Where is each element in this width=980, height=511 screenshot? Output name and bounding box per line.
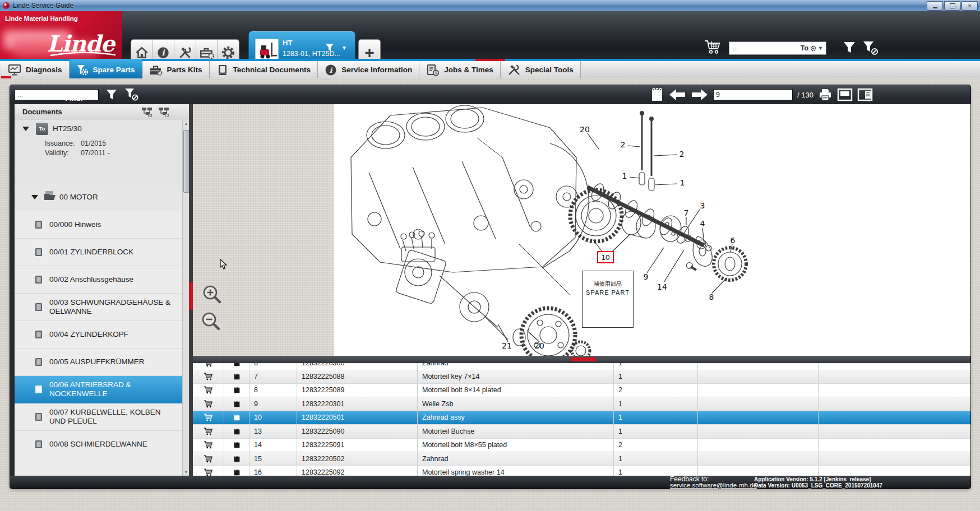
table-row[interactable]: 1612832225092Motorteil spring washer 141 — [193, 466, 970, 476]
table-row[interactable]: 812832225089Motorteil bolt 8×14 plated2 — [193, 384, 970, 398]
tree-folder-motor[interactable]: 00 MOTOR — [15, 184, 182, 212]
parts-kit-icon[interactable] — [224, 425, 249, 439]
single-view-icon[interactable] — [837, 88, 853, 101]
tab-technical-documents[interactable]: Technical Documents — [210, 61, 318, 78]
tree-item[interactable]: 00/05 AUSPUFFKRÜMMER — [15, 349, 182, 376]
add-to-cart-icon[interactable] — [193, 397, 224, 411]
app-icon — [2, 2, 10, 10]
document-icon — [35, 303, 43, 312]
tree-item[interactable]: 00/01 ZYLINDERBLOCK — [15, 239, 182, 266]
cell-empty — [819, 452, 970, 466]
vehicle-filter-icon[interactable] — [325, 43, 335, 53]
tree-item[interactable]: 00/08 SCHMIERDELWANNE — [15, 431, 182, 458]
add-to-cart-icon[interactable] — [193, 439, 224, 453]
global-search-box[interactable]: ... To ▼ — [729, 41, 826, 55]
find-filter-icon[interactable] — [105, 89, 118, 101]
add-to-cart-icon[interactable] — [193, 384, 224, 398]
page-number-input[interactable] — [713, 89, 793, 100]
catalog-icon: To — [36, 123, 48, 135]
close-button[interactable]: × — [961, 1, 978, 11]
parts-kit-icon[interactable] — [224, 384, 249, 398]
parts-kit-icon[interactable] — [224, 439, 249, 453]
scroll-up-icon[interactable]: ▲ — [183, 120, 189, 127]
add-to-cart-icon[interactable] — [193, 452, 224, 466]
tab-special-tools[interactable]: Special Tools — [501, 61, 581, 78]
search-type-selector[interactable]: To ▼ — [801, 44, 826, 52]
tree-item[interactable]: 00/000 Hinweis — [15, 211, 182, 239]
tab-service-information[interactable]: i Service Information — [318, 61, 419, 78]
cell-description: Zahnrad assy — [418, 411, 614, 425]
horizontal-splitter[interactable] — [193, 356, 970, 363]
table-row[interactable]: 1012832220501Zahnrad assy1 — [193, 411, 970, 425]
info-circle-icon: i — [325, 64, 337, 76]
cart-icon[interactable] — [704, 39, 722, 55]
cell-part-number: 12832225090 — [297, 425, 418, 439]
parts-kit-icon[interactable] — [224, 370, 249, 384]
maximize-button[interactable] — [944, 1, 960, 11]
table-row[interactable]: 912832220301Welle Zsb1 — [193, 397, 970, 411]
tree-item[interactable]: 00/07 KURBELWELLE, KOLBEN UND PLEUEL — [15, 403, 182, 431]
add-to-cart-icon[interactable] — [193, 466, 224, 476]
find-toolbar: Find: / 130 — [10, 85, 970, 104]
tree-root-item[interactable]: To HT25/30 Issuance:01/2015 Validity:07/… — [15, 120, 182, 184]
callout-label: 1 — [622, 171, 627, 180]
tree-collapse-icon[interactable] — [141, 106, 153, 118]
parts-kit-icon[interactable] — [224, 397, 249, 411]
tree-item[interactable]: 00/04 ZYLINDERKOPF — [15, 321, 182, 349]
previous-page-icon[interactable] — [668, 88, 686, 101]
zoom-out-button[interactable] — [201, 312, 221, 332]
print-icon[interactable] — [818, 88, 833, 101]
cell-empty — [819, 411, 970, 425]
table-row[interactable]: 712832225088Motorteil key 7×141 — [193, 370, 970, 384]
add-to-cart-icon[interactable] — [193, 425, 224, 439]
cell-quantity: 1 — [614, 425, 698, 439]
split-view-icon[interactable] — [857, 88, 873, 101]
tab-parts-kits[interactable]: Parts Kits — [142, 61, 210, 78]
tab-jobs-times[interactable]: Jobs & Times — [419, 61, 501, 78]
table-row[interactable]: 612832220300Zahnrad1 — [193, 363, 970, 370]
cell-empty — [819, 425, 970, 439]
table-row[interactable]: 1412832225091Motorteil bolt M8×55 plated… — [193, 439, 970, 453]
table-row[interactable]: 1512832220502Zahnrad1 — [193, 452, 970, 466]
highlighted-callout[interactable]: 10 — [597, 251, 614, 263]
scrollbar-thumb[interactable] — [183, 130, 189, 193]
parts-kit-icon[interactable] — [224, 411, 249, 425]
cell-part-number: 12832225089 — [297, 384, 418, 398]
add-to-cart-icon[interactable] — [193, 363, 224, 370]
find-filter-clear-icon[interactable] — [124, 88, 139, 101]
tree-expand-icon[interactable] — [158, 106, 170, 118]
settings-gear-icon — [220, 45, 236, 61]
collapse-arrow-icon[interactable] — [31, 195, 38, 199]
diagram-page[interactable]: 20221137469148132120 10 補修用部品 SPARE PART — [334, 104, 970, 356]
sidebar-scrollbar[interactable]: ▲ ▼ — [182, 120, 189, 476]
tree-item[interactable]: 00/03 SCHWUNGRADGEHÄUSE & OELWANNE — [15, 294, 182, 321]
scroll-down-icon[interactable]: ▼ — [183, 468, 189, 476]
table-row[interactable]: 1312832225090Motorteil Buchse1 — [193, 425, 970, 439]
next-page-icon[interactable] — [691, 88, 709, 101]
add-to-cart-icon[interactable] — [193, 370, 224, 384]
tab-spare-parts[interactable]: Spare Parts — [70, 59, 142, 78]
minimize-button[interactable] — [927, 1, 943, 11]
parts-kit-icon[interactable] — [224, 363, 249, 370]
parts-kit-icon[interactable] — [224, 466, 249, 476]
document-icon — [35, 220, 43, 229]
cell-quantity: 1 — [614, 411, 698, 425]
feedback-email-link[interactable]: service.software@linde-mh.de — [670, 482, 757, 489]
vehicle-model: HT — [283, 39, 292, 47]
parts-kit-icon[interactable] — [224, 452, 249, 466]
window-titlebar[interactable]: Linde Service Guide × — [0, 0, 980, 12]
sidebar-divider[interactable] — [189, 104, 193, 476]
diagram-viewport[interactable]: 20221137469148132120 10 補修用部品 SPARE PART — [193, 104, 970, 356]
collapse-arrow-icon[interactable] — [22, 127, 29, 131]
tree-item[interactable]: 00/06 ANTRIEBSRAD & NOCKENWELLE — [15, 376, 182, 403]
vehicle-tab-caret[interactable]: ▼ — [341, 45, 347, 51]
find-input[interactable] — [15, 89, 99, 100]
sidebar-title: Documents — [22, 108, 62, 116]
add-to-cart-icon[interactable] — [193, 411, 224, 425]
page-notes-icon[interactable] — [650, 87, 664, 102]
tab-diagnosis[interactable]: Diagnosis — [1, 61, 70, 78]
tree-item[interactable]: 00/02 Anschlussgehäuse — [15, 266, 182, 294]
zoom-in-button[interactable] — [202, 285, 223, 305]
filter-clear-icon[interactable] — [862, 40, 879, 56]
filter-icon[interactable] — [842, 40, 857, 55]
